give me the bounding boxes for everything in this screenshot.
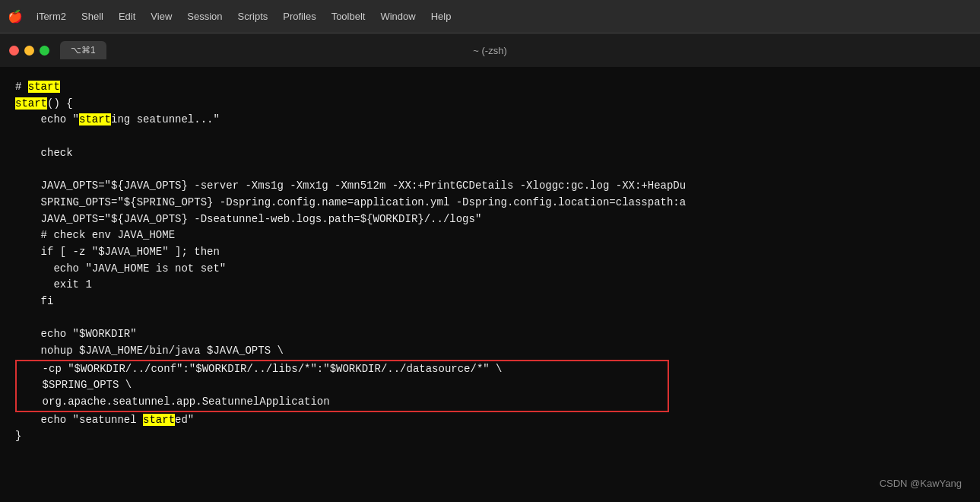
maximize-button[interactable] — [40, 46, 49, 56]
terminal-line — [15, 161, 965, 178]
terminal-line: # start — [15, 79, 965, 96]
terminal-line: } — [15, 428, 965, 445]
red-box-section: -cp "$WORKDIR/../conf":"$WORKDIR/../libs… — [15, 360, 669, 412]
terminal-line: fi — [15, 294, 965, 310]
terminal-line: if [ -z "$JAVA_HOME" ]; then — [15, 244, 965, 261]
menu-scripts[interactable]: Scripts — [232, 9, 274, 24]
terminal-line: JAVA_OPTS="${JAVA_OPTS} -Dseatunnel-web.… — [15, 211, 965, 228]
menu-help[interactable]: Help — [425, 9, 458, 24]
close-button[interactable] — [9, 46, 19, 56]
terminal-line — [15, 310, 965, 327]
menu-profiles[interactable]: Profiles — [277, 9, 322, 24]
menu-shell[interactable]: Shell — [75, 9, 109, 24]
terminal-line: check — [15, 145, 965, 162]
menu-session[interactable]: Session — [181, 9, 228, 24]
watermark: CSDN @KawYang — [880, 476, 962, 491]
window-title: ~ (-zsh) — [473, 45, 506, 56]
highlight-start: start — [143, 414, 175, 426]
terminal-line — [15, 129, 965, 145]
menu-view[interactable]: View — [144, 9, 178, 24]
terminal-line: # check env JAVA_HOME — [15, 227, 965, 244]
terminal-line: start() { — [15, 96, 965, 113]
minimize-button[interactable] — [24, 46, 34, 56]
terminal-content[interactable]: # start start() { echo "starting seatunn… — [0, 67, 980, 502]
terminal-line: echo "seatunnel started" — [15, 412, 965, 429]
terminal-line: nohup $JAVA_HOME/bin/java $JAVA_OPTS \ — [15, 343, 965, 360]
traffic-lights — [9, 46, 49, 56]
tab-label[interactable]: ⌥⌘1 — [60, 41, 106, 59]
menubar: 🍎 iTerm2 Shell Edit View Session Scripts… — [0, 0, 980, 33]
terminal-line: JAVA_OPTS="${JAVA_OPTS} -server -Xms1g -… — [15, 178, 965, 195]
terminal-line: echo "starting seatunnel..." — [15, 112, 965, 129]
terminal-line: SPRING_OPTS="${SPRING_OPTS} -Dspring.con… — [15, 195, 965, 211]
terminal-line: -cp "$WORKDIR/../conf":"$WORKDIR/../libs… — [17, 361, 668, 378]
terminal-line: $SPRING_OPTS \ — [17, 377, 668, 394]
highlight-start: start — [15, 97, 47, 110]
menu-window[interactable]: Window — [374, 9, 421, 24]
highlight-start: start — [28, 81, 60, 93]
terminal-line: echo "JAVA_HOME is not set" — [15, 261, 965, 278]
highlight-start: start — [79, 113, 111, 126]
terminal-line: exit 1 — [15, 277, 965, 294]
titlebar: ⌥⌘1 ~ (-zsh) — [0, 33, 980, 67]
terminal-line: echo "$WORKDIR" — [15, 326, 965, 343]
menu-iterm2[interactable]: iTerm2 — [30, 9, 72, 24]
apple-icon: 🍎 — [8, 9, 23, 24]
menu-toolbelt[interactable]: Toolbelt — [325, 9, 372, 24]
terminal-line: org.apache.seatunnel.app.SeatunnelApplic… — [17, 394, 668, 411]
menu-edit[interactable]: Edit — [113, 9, 141, 24]
